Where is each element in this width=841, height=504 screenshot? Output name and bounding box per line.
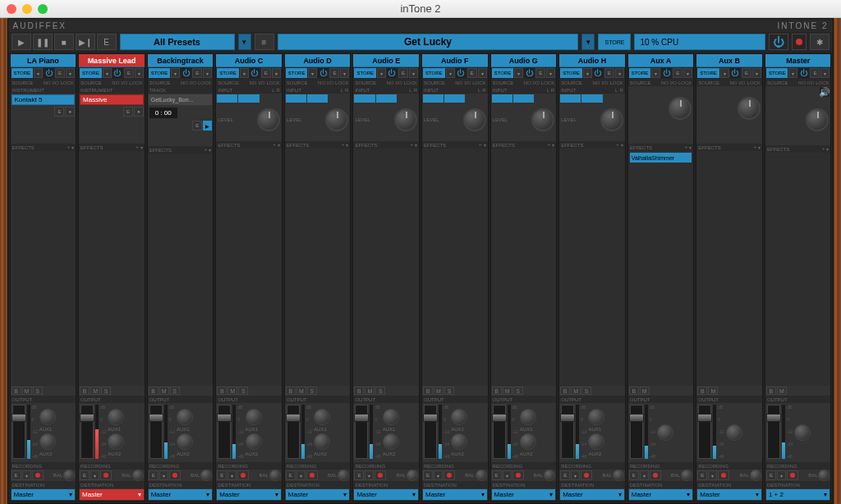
destination-select[interactable]: Master▾ [423,489,487,500]
aux1-knob[interactable] [383,409,399,425]
destination-select[interactable]: 1 + 2▾ [766,489,830,500]
ch-store-dd[interactable]: ▾ [583,68,592,78]
volume-fader[interactable] [767,405,780,459]
destination-select[interactable]: Master▾ [11,489,76,500]
destination-select[interactable]: Master▾ [492,489,556,500]
inst-edit[interactable]: E [54,107,64,117]
balance-knob[interactable] [132,470,144,481]
src-no[interactable]: NO [455,80,462,85]
rec-arm[interactable] [787,470,798,480]
ch-power-icon[interactable]: ⏻ [113,68,122,78]
ch-store[interactable]: STORE [149,68,171,78]
aux2-knob[interactable] [108,433,124,450]
src-lock[interactable]: LOCK [816,80,829,85]
fx-add[interactable]: + [616,142,619,148]
volume-fader[interactable] [698,405,711,459]
channel-name[interactable]: Aux B [696,54,762,67]
effects-area[interactable] [422,149,488,386]
channel-name[interactable]: Audio F [422,54,488,67]
transport-next[interactable]: ▶❙ [76,34,95,50]
song-dropdown[interactable]: ▾ [581,34,595,50]
volume-fader[interactable] [630,405,643,459]
global-settings[interactable]: ✱ [810,34,830,50]
bms-s[interactable]: S [307,387,317,395]
rec-arm[interactable] [650,470,661,480]
bms-b[interactable]: B [766,387,776,395]
ch-menu[interactable]: ▾ [752,68,761,78]
ch-menu[interactable]: ▾ [135,68,144,78]
ch-edit[interactable]: E [810,68,820,78]
bms-s[interactable]: S [33,387,43,395]
balance-knob[interactable] [476,470,487,481]
input-r[interactable] [238,94,259,103]
rec-dd[interactable]: ▾ [365,470,374,480]
fx-add[interactable]: + [479,142,482,148]
destination-select[interactable]: Master▾ [354,489,418,500]
rec-edit[interactable]: E [629,470,639,480]
destination-select[interactable]: Master▾ [149,489,213,500]
ch-store-dd[interactable]: ▾ [514,68,523,78]
preset-selector[interactable]: All Presets [120,34,235,50]
src-io[interactable]: I/O [258,80,264,85]
src-io[interactable]: I/O [396,80,402,85]
effects-area[interactable] [148,153,214,386]
bms-s[interactable]: S [513,387,523,395]
bms-m[interactable]: M [571,387,581,395]
bms-b[interactable]: B [80,387,90,395]
aux2-knob[interactable] [451,433,467,450]
rec-edit[interactable]: E [80,470,90,480]
ch-store[interactable]: STORE [766,68,788,78]
input-l[interactable] [354,94,375,103]
rec-arm[interactable] [581,470,592,480]
src-io[interactable]: I/O [601,80,608,85]
aux1-knob[interactable] [39,409,56,425]
effects-area[interactable] [491,149,557,386]
ch-edit[interactable]: E [398,68,408,78]
src-io[interactable]: I/O [464,80,471,85]
rec-edit[interactable]: E [11,470,21,480]
rec-arm[interactable] [237,470,249,480]
bms-m[interactable]: M [503,387,512,395]
destination-select[interactable]: Master▾ [629,489,693,500]
ch-power-icon[interactable]: ⏻ [250,68,260,78]
bms-m[interactable]: M [159,387,169,395]
src-lock[interactable]: LOCK [541,80,554,85]
src-no[interactable]: NO [318,80,325,85]
bms-s[interactable]: S [238,387,248,395]
input-off[interactable] [466,94,486,103]
bms-m[interactable]: M [777,387,787,395]
level-knob[interactable] [325,108,348,131]
rec-dd[interactable]: ▾ [227,470,237,480]
input-r[interactable] [581,94,602,103]
volume-fader[interactable] [12,405,25,459]
fx-add[interactable]: + [548,142,551,148]
balance-knob[interactable] [63,470,75,481]
ch-edit[interactable]: E [535,68,545,78]
ch-menu[interactable]: ▾ [203,68,212,78]
fx-menu[interactable]: ▾ [689,144,692,150]
ch-menu[interactable]: ▾ [409,68,418,78]
fx-add[interactable]: + [67,144,71,150]
effects-area[interactable]: ValhallaShimmer [628,151,694,386]
input-off[interactable] [604,94,624,103]
level-knob[interactable] [394,108,417,131]
effects-area[interactable] [79,151,145,386]
fx-menu[interactable]: ▾ [278,142,280,148]
input-r[interactable] [444,94,465,103]
input-r[interactable] [513,94,534,103]
ch-store[interactable]: STORE [629,68,651,78]
ch-edit[interactable]: E [467,68,477,78]
src-no[interactable]: NO [181,80,188,85]
rec-edit[interactable]: E [423,470,433,480]
src-lock[interactable]: LOCK [267,80,280,85]
bms-s[interactable]: S [375,387,385,395]
destination-select[interactable]: Master▾ [697,489,761,500]
rec-arm[interactable] [169,470,181,480]
balance-knob[interactable] [200,470,212,481]
aux1-knob[interactable] [588,409,604,425]
instrument-slot[interactable]: Kontakt 5 [11,94,76,105]
channel-name[interactable]: LA Piano [11,54,76,67]
ch-store[interactable]: STORE [80,68,102,78]
aux2-knob[interactable] [246,433,262,450]
balance-knob[interactable] [681,470,692,481]
